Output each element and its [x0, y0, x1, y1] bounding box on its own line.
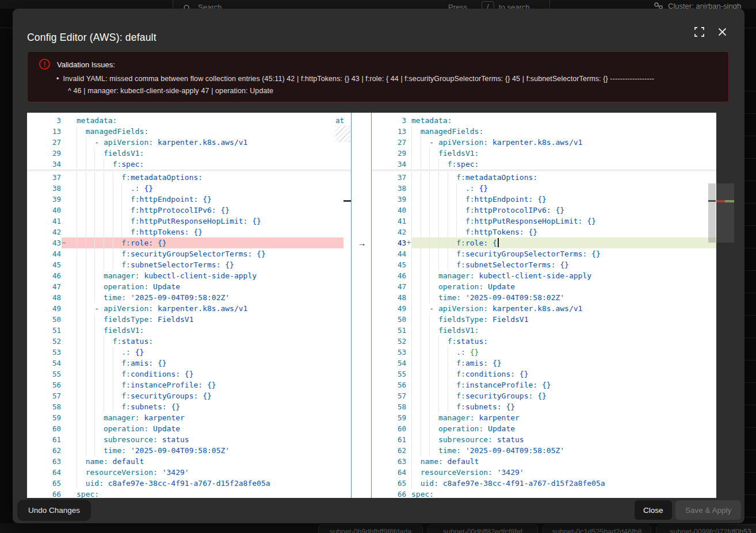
- code-line-65[interactable]: 65 uid: c8afe97e-38cc-4f91-a767-d15f2a8f…: [27, 478, 351, 489]
- code-line-37[interactable]: 37 f:metadataOptions:: [27, 172, 351, 183]
- code-line-61[interactable]: 61 subresource: status: [27, 434, 351, 445]
- undo-changes-button[interactable]: Undo Changes: [17, 500, 91, 521]
- context-line-34[interactable]: 34 f:spec:: [27, 159, 351, 170]
- code-line-37[interactable]: 37 f:metadataOptions:: [372, 172, 716, 183]
- code-line-51[interactable]: 51 fieldsV1:: [27, 325, 351, 336]
- code-line-56[interactable]: 56 f:instanceProfile: {}: [27, 379, 351, 390]
- code-text: time: '2025-09-04T09:58:05Z': [77, 445, 351, 456]
- code-line-50[interactable]: 50 fieldsType: FieldsV1: [27, 314, 351, 325]
- code-line-38[interactable]: 38 .: {}: [27, 183, 351, 194]
- context-line-29[interactable]: 29 fieldsV1:: [27, 148, 351, 159]
- code-line-60[interactable]: 60 operation: Update: [372, 423, 716, 434]
- line-number: 66: [372, 489, 406, 498]
- code-text: f:role: {: [411, 237, 716, 248]
- code-line-49[interactable]: 49 - apiVersion: karpenter.k8s.aws/v1: [27, 303, 351, 314]
- context-line-27[interactable]: 27 - apiVersion: karpenter.k8s.aws/v1: [27, 137, 351, 148]
- line-number: 63: [372, 456, 406, 467]
- context-line-27[interactable]: 27 - apiVersion: karpenter.k8s.aws/v1: [372, 137, 716, 148]
- save-apply-button[interactable]: Save & Apply: [675, 500, 741, 520]
- code-line-45[interactable]: 45 f:subnetSelectorTerms: {}: [27, 259, 351, 270]
- code-line-58[interactable]: 58 f:subnets: {}: [372, 401, 716, 412]
- close-button[interactable]: Close: [635, 500, 672, 520]
- code-line-64[interactable]: 64 resourceVersion: '3429': [27, 467, 351, 478]
- code-line-64[interactable]: 64 resourceVersion: '3429': [372, 467, 716, 478]
- overview-viewport-thumb[interactable]: [716, 183, 734, 243]
- code-line-66[interactable]: 66spec:: [27, 489, 351, 498]
- search-input[interactable]: Search Press / to search: [173, 0, 550, 9]
- cluster-selector[interactable]: Cluster: anirban-singh: [654, 2, 741, 9]
- code-line-60[interactable]: 60 operation: Update: [27, 423, 351, 434]
- unchanged-region-widget[interactable]: at: [335, 115, 350, 144]
- code-line-42[interactable]: 42 f:httpTokens: {}: [372, 227, 716, 237]
- code-line-57[interactable]: 57 f:securityGroups: {}: [27, 390, 351, 401]
- diff-sash[interactable]: →: [351, 113, 372, 498]
- code-line-62[interactable]: 62 time: '2025-09-04T09:58:05Z': [27, 445, 351, 456]
- line-number: 51: [372, 325, 406, 336]
- code-line-53[interactable]: 53 .: {}: [372, 347, 716, 358]
- code-line-62[interactable]: 62 time: '2025-09-04T09:58:05Z': [372, 445, 716, 456]
- code-line-43[interactable]: 43+ f:role: {: [372, 237, 716, 248]
- code-line-54[interactable]: 54 f:amis: {}: [27, 358, 351, 369]
- code-line-52[interactable]: 52 f:status:: [372, 336, 716, 347]
- expand-icon[interactable]: [693, 25, 705, 38]
- code-line-55[interactable]: 55 f:conditions: {}: [372, 369, 716, 379]
- code-line-56[interactable]: 56 f:instanceProfile: {}: [372, 379, 716, 390]
- code-line-50[interactable]: 50 fieldsType: FieldsV1: [372, 314, 716, 325]
- code-text: manager: kubectl-client-side-apply: [411, 270, 716, 281]
- code-line-63[interactable]: 63 name: default: [372, 456, 716, 467]
- table-cell-subnet: subnet-0c1d525bad2d46fb8: [543, 524, 651, 533]
- line-number: 13: [372, 126, 406, 137]
- code-line-44[interactable]: 44 f:securityGroupSelectorTerms: {}: [372, 248, 716, 259]
- code-line-49[interactable]: 49 - apiVersion: karpenter.k8s.aws/v1: [372, 303, 716, 314]
- code-line-53[interactable]: 53 .: {}: [27, 347, 351, 358]
- code-line-66[interactable]: 66spec:: [372, 489, 716, 498]
- code-line-47[interactable]: 47 operation: Update: [372, 281, 716, 292]
- code-line-41[interactable]: 41 f:httpPutResponseHopLimit: {}: [27, 216, 351, 227]
- code-line-48[interactable]: 48 time: '2025-09-04T09:58:02Z': [27, 292, 351, 303]
- next-diff-arrow-icon[interactable]: →: [356, 237, 368, 248]
- code-line-45[interactable]: 45 f:subnetSelectorTerms: {}: [372, 259, 716, 270]
- code-line-38[interactable]: 38 .: {}: [372, 183, 716, 194]
- code-line-48[interactable]: 48 time: '2025-09-04T09:58:02Z': [372, 292, 716, 303]
- code-line-43[interactable]: 43− f:role: {}: [27, 237, 351, 248]
- code-text: f:role: {}: [77, 237, 351, 248]
- context-line-34[interactable]: 34 f:spec:: [372, 159, 716, 170]
- code-line-59[interactable]: 59 manager: karpenter: [27, 412, 351, 423]
- scrollbar-thumb[interactable]: [708, 183, 716, 243]
- code-line-65[interactable]: 65 uid: c8afe97e-38cc-4f91-a767-d15f2a8f…: [372, 478, 716, 489]
- line-number: 47: [27, 281, 61, 292]
- code-text: f:httpEndpoint: {}: [411, 194, 716, 205]
- context-line-13[interactable]: 13 managedFields:: [372, 126, 716, 137]
- code-line-58[interactable]: 58 f:subnets: {}: [27, 401, 351, 412]
- code-line-63[interactable]: 63 name: default: [27, 456, 351, 467]
- code-line-39[interactable]: 39 f:httpEndpoint: {}: [372, 194, 716, 205]
- code-line-59[interactable]: 59 manager: karpenter: [372, 412, 716, 423]
- context-line-29[interactable]: 29 fieldsV1:: [372, 148, 716, 159]
- code-line-46[interactable]: 46 manager: kubectl-client-side-apply: [372, 270, 716, 281]
- code-line-54[interactable]: 54 f:amis: {}: [372, 358, 716, 369]
- code-line-57[interactable]: 57 f:securityGroups: {}: [372, 390, 716, 401]
- code-text: f:conditions: {}: [411, 369, 716, 379]
- line-number: 52: [372, 336, 406, 347]
- code-line-55[interactable]: 55 f:conditions: {}: [27, 369, 351, 379]
- context-line-3[interactable]: 3metadata:: [372, 115, 716, 126]
- code-line-41[interactable]: 41 f:httpPutResponseHopLimit: {}: [372, 216, 716, 227]
- code-line-51[interactable]: 51 fieldsV1:: [372, 325, 716, 336]
- code-line-44[interactable]: 44 f:securityGroupSelectorTerms: {}: [27, 248, 351, 259]
- code-line-40[interactable]: 40 f:httpProtocolIPv6: {}: [27, 205, 351, 216]
- line-number: 29: [372, 148, 406, 159]
- code-line-61[interactable]: 61 subresource: status: [372, 434, 716, 445]
- context-line-3[interactable]: 3metadata:: [27, 115, 351, 126]
- code-line-39[interactable]: 39 f:httpEndpoint: {}: [27, 194, 351, 205]
- code-line-40[interactable]: 40 f:httpProtocolIPv6: {}: [372, 205, 716, 216]
- code-text: operation: Update: [411, 281, 716, 292]
- diff-overview-ruler[interactable]: [716, 113, 734, 498]
- code-line-47[interactable]: 47 operation: Update: [27, 281, 351, 292]
- code-line-42[interactable]: 42 f:httpTokens: {}: [27, 227, 351, 237]
- context-line-13[interactable]: 13 managedFields:: [27, 126, 351, 137]
- modified-editor-pane[interactable]: 3metadata:13 managedFields:27 - apiVersi…: [372, 113, 716, 498]
- code-line-46[interactable]: 46 manager: kubectl-client-side-apply: [27, 270, 351, 281]
- code-line-52[interactable]: 52 f:status:: [27, 336, 351, 347]
- original-editor-pane[interactable]: 3metadata:13 managedFields:27 - apiVersi…: [27, 113, 351, 498]
- close-icon[interactable]: [716, 25, 728, 38]
